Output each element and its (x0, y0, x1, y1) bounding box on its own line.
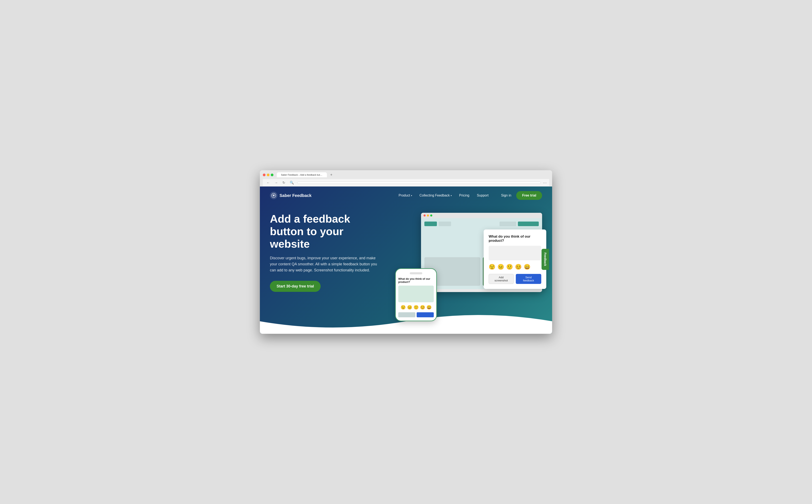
mobile-question: What do you think of our product? (398, 277, 434, 283)
emoji-ecstatic[interactable]: 😄 (524, 264, 531, 270)
sign-in-link[interactable]: Sign in (501, 194, 511, 197)
nav: Saber Feedback Product ▾ Collecting Feed… (260, 186, 552, 204)
product-chevron-icon: ▾ (411, 194, 412, 197)
feedback-buttons: Add screenshot Send feedback (489, 274, 541, 284)
mobile-btn-row (398, 312, 434, 317)
mobile-btn-screenshot[interactable] (398, 312, 416, 317)
hero-text: Add a feedback button to your website Di… (270, 213, 378, 292)
mockup-browser-chrome (421, 213, 542, 218)
feedback-tab[interactable]: Feedback (542, 249, 549, 270)
send-feedback-button[interactable]: Send feedback (516, 274, 541, 284)
hero-description: Discover urgent bugs, improve your user … (270, 255, 378, 273)
browser-titlebar: Saber Feedback – Add a feedback button t… (263, 172, 549, 177)
browser-window: Saber Feedback – Add a feedback button t… (260, 170, 552, 334)
emoji-very-happy[interactable]: 😊 (515, 264, 522, 270)
mockup-nav-item-1 (425, 222, 437, 226)
nav-pricing-label: Pricing (459, 194, 470, 197)
nav-collecting-feedback[interactable]: Collecting Feedback ▾ (420, 194, 452, 197)
collecting-feedback-chevron-icon: ▾ (451, 194, 452, 197)
mockup-tl-red (424, 214, 426, 217)
forward-button[interactable]: → (273, 180, 279, 185)
mockup-nav-item-4 (518, 222, 539, 226)
traffic-light-green[interactable] (271, 174, 273, 176)
logo-icon (270, 192, 277, 199)
browser-chrome: Saber Feedback – Add a feedback button t… (260, 170, 552, 186)
mobile-emoji-neutral[interactable]: 😐 (407, 305, 412, 310)
mobile-btn-send[interactable] (417, 312, 434, 317)
mockup-tl-yellow (427, 214, 429, 217)
search-icon[interactable]: 🔍 (288, 180, 295, 185)
tab-label: Saber Feedback – Add a feedback button t… (281, 174, 323, 176)
traffic-light-yellow[interactable] (267, 174, 269, 176)
nav-support-label: Support (477, 194, 489, 197)
mobile-notch (410, 272, 422, 274)
back-button[interactable]: ← (265, 180, 271, 185)
mobile-emoji-row: 😟 😐 🙂 😊 😄 (398, 305, 434, 310)
nav-product[interactable]: Product ▾ (398, 194, 412, 197)
emoji-row: 😟 😐 🙂 😊 😄 (489, 264, 541, 270)
emoji-neutral[interactable]: 😐 (498, 264, 504, 270)
address-bar[interactable] (297, 182, 541, 184)
traffic-light-red[interactable] (263, 174, 265, 176)
hero-title: Add a feedback button to your website (270, 213, 378, 250)
nav-collecting-feedback-label: Collecting Feedback (420, 194, 450, 197)
hero-section: Add a feedback button to your website Di… (260, 204, 552, 334)
mobile-mockup: What do you think of our product? 😟 😐 🙂 … (395, 268, 437, 321)
nav-support[interactable]: Support (477, 194, 489, 197)
more-button[interactable]: ⋯ (543, 180, 547, 185)
logo-text: Saber Feedback (279, 193, 311, 198)
mobile-textarea[interactable] (398, 286, 434, 302)
refresh-button[interactable]: ↻ (281, 180, 286, 185)
nav-links: Product ▾ Collecting Feedback ▾ Pricing … (398, 194, 489, 197)
browser-tab[interactable]: Saber Feedback – Add a feedback button t… (277, 172, 327, 177)
mobile-emoji-happy[interactable]: 🙂 (414, 305, 419, 310)
nav-actions: Sign in Free trial (501, 191, 542, 200)
feedback-popup-title: What do you think of our product? (489, 234, 541, 243)
emoji-very-sad[interactable]: 😟 (489, 264, 495, 270)
tab-bar: Saber Feedback – Add a feedback button t… (277, 172, 334, 177)
mockup-nav-item-3 (500, 222, 516, 226)
traffic-lights (263, 174, 273, 176)
logo[interactable]: Saber Feedback (270, 192, 311, 199)
nav-pricing[interactable]: Pricing (459, 194, 470, 197)
feedback-popup: What do you think of our product? 😟 😐 🙂 … (484, 229, 546, 289)
mobile-emoji-very-happy[interactable]: 😊 (420, 305, 425, 310)
emoji-happy[interactable]: 🙂 (506, 264, 513, 270)
feedback-textarea[interactable] (489, 246, 541, 260)
browser-toolbar: ← → ↻ 🔍 ⋯ (263, 179, 549, 186)
mobile-emoji-ecstatic[interactable]: 😄 (427, 305, 432, 310)
mockup-nav-item-2 (439, 222, 451, 226)
mockup-tl-green (430, 214, 432, 217)
hero-illustration: What do you think of our product? 😟 😐 🙂 … (387, 213, 542, 317)
mobile-emoji-very-sad[interactable]: 😟 (400, 305, 406, 310)
free-trial-button[interactable]: Free trial (516, 191, 542, 200)
new-tab-button[interactable]: + (328, 173, 334, 177)
mockup-browser: What do you think of our product? 😟 😐 🙂 … (421, 213, 542, 292)
add-screenshot-button[interactable]: Add screenshot (489, 274, 514, 284)
website-content: Saber Feedback Product ▾ Collecting Feed… (260, 186, 552, 334)
cta-button[interactable]: Start 30-day free trial (270, 281, 320, 292)
nav-product-label: Product (398, 194, 410, 197)
